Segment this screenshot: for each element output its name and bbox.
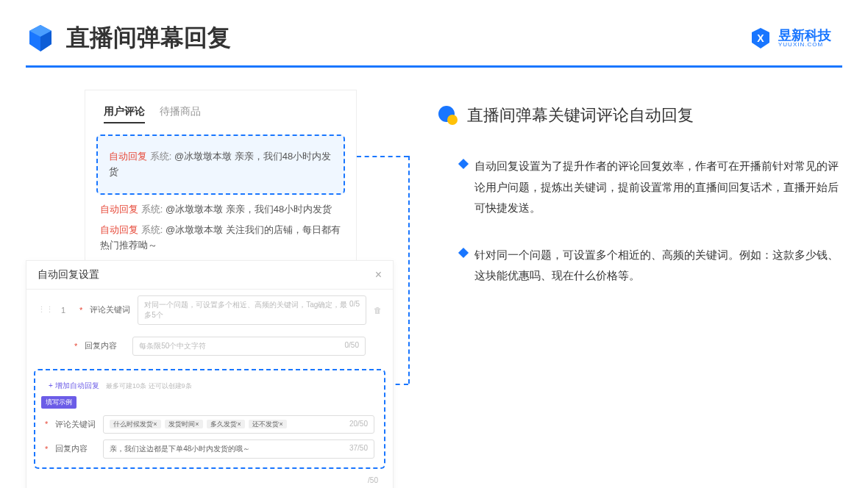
- bullet-text: 针对同一个问题，可设置多个相近的、高频的关键词。例如：这款多少钱、这块能优惠吗、…: [474, 245, 842, 287]
- section-title: 直播间弹幕关键词评论自动回复: [438, 104, 842, 126]
- logo-url: YUUXIN.COM: [778, 42, 831, 48]
- comment-row: 自动回复 系统: @冰墩墩本墩 关注我们的店铺，每日都有热门推荐呦～: [100, 223, 341, 254]
- header: 直播间弹幕回复 X 昱新科技 YUUXIN.COM: [0, 0, 868, 65]
- bullet-item: 自动回复设置为了提升作者的评论回复效率，作者可在开播前针对常见的评论用户问题，提…: [438, 156, 842, 219]
- content-label: 回复内容: [85, 340, 125, 351]
- auto-reply-tag: 自动回复: [109, 151, 147, 162]
- bullet-item: 针对同一个问题，可设置多个相近的、高频的关键词。例如：这款多少钱、这块能优惠吗、…: [438, 245, 842, 287]
- svg-point-2: [447, 115, 458, 125]
- comment-row: 自动回复 系统: @冰墩墩本墩 亲亲，我们48小时内发货: [100, 202, 341, 218]
- left-panel: 用户评论 待播商品 自动回复 系统: @冰墩墩本墩 亲亲，我们48小时内发货 自…: [26, 90, 408, 488]
- tag-chip[interactable]: 什么时候发货×: [110, 420, 160, 428]
- add-auto-reply-link[interactable]: + 增加自动回复: [45, 378, 103, 393]
- tag-container: 什么时候发货× 发货时间× 多久发货× 还不发货×: [110, 420, 288, 429]
- example-box: + 增加自动回复 最多可建10条 还可以创建9条 填写示例 * 评论关键词 什么…: [34, 369, 385, 469]
- tag-chip[interactable]: 发货时间×: [165, 420, 202, 428]
- content-input[interactable]: 每条限50个中文字符 0/50: [132, 337, 366, 356]
- tab-pending-products[interactable]: 待播商品: [160, 105, 201, 123]
- header-divider: [26, 65, 842, 68]
- outer-counter: /50: [26, 476, 393, 488]
- required-mark: *: [79, 306, 82, 315]
- brand-logo: X 昱新科技 YUUXIN.COM: [749, 26, 831, 50]
- logo-icon: X: [749, 26, 772, 50]
- settings-title: 自动回复设置: [38, 268, 99, 281]
- highlighted-comment: 自动回复 系统: @冰墩墩本墩 亲亲，我们48小时内发货: [96, 134, 345, 195]
- tabs: 用户评论 待播商品: [96, 105, 345, 123]
- ex-keyword-label: 评论关键词: [55, 419, 96, 430]
- add-hint: 最多可建10条 还可以创建9条: [106, 382, 192, 390]
- ex-content-label: 回复内容: [55, 443, 96, 454]
- drag-handle-icon[interactable]: ⋮⋮: [38, 305, 54, 315]
- tag-chip[interactable]: 还不发货×: [249, 420, 286, 428]
- header-left: 直播间弹幕回复: [26, 22, 231, 54]
- tag-chip[interactable]: 多久发货×: [207, 420, 244, 428]
- diamond-icon: [458, 247, 469, 257]
- trash-icon[interactable]: 🗑: [374, 306, 382, 315]
- keyword-row: ⋮⋮ 1 * 评论关键词 对同一个问题，可设置多个相近、高频的关键词，Tag确定…: [26, 290, 393, 331]
- chat-bubble-icon: [438, 105, 458, 126]
- close-icon[interactable]: ×: [375, 268, 382, 281]
- example-badge: 填写示例: [41, 396, 77, 409]
- tab-user-comments[interactable]: 用户评论: [104, 105, 145, 123]
- keyword-input[interactable]: 对同一个问题，可设置多个相近、高频的关键词，Tag确定，最多5个 0/5: [138, 295, 366, 325]
- logo-name: 昱新科技: [778, 29, 831, 42]
- diamond-icon: [458, 159, 469, 169]
- cube-icon: [26, 24, 55, 53]
- required-mark: *: [74, 342, 77, 351]
- content-row: * 回复内容 每条限50个中文字符 0/50: [26, 331, 393, 362]
- ex-content-input[interactable]: 亲，我们这边都是下单48小时内发货的哦～ 37/50: [103, 439, 374, 459]
- keyword-label: 评论关键词: [90, 304, 130, 315]
- bullet-text: 自动回复设置为了提升作者的评论回复效率，作者可在开播前针对常见的评论用户问题，提…: [474, 156, 842, 219]
- row-number: 1: [61, 306, 72, 315]
- connector-line: [357, 156, 408, 157]
- settings-card: 自动回复设置 × ⋮⋮ 1 * 评论关键词 对同一个问题，可设置多个相近、高频的…: [26, 260, 394, 488]
- system-label: 系统:: [150, 151, 172, 162]
- right-panel: 直播间弹幕关键词评论自动回复 自动回复设置为了提升作者的评论回复效率，作者可在开…: [438, 90, 842, 488]
- page-title: 直播间弹幕回复: [66, 22, 231, 54]
- svg-text:X: X: [757, 32, 764, 44]
- ex-keyword-input[interactable]: 什么时候发货× 发货时间× 多久发货× 还不发货× 20/50: [103, 415, 374, 434]
- connector-line: [408, 156, 410, 384]
- section-heading: 直播间弹幕关键词评论自动回复: [467, 104, 694, 126]
- comments-card: 用户评论 待播商品 自动回复 系统: @冰墩墩本墩 亲亲，我们48小时内发货 自…: [85, 90, 357, 275]
